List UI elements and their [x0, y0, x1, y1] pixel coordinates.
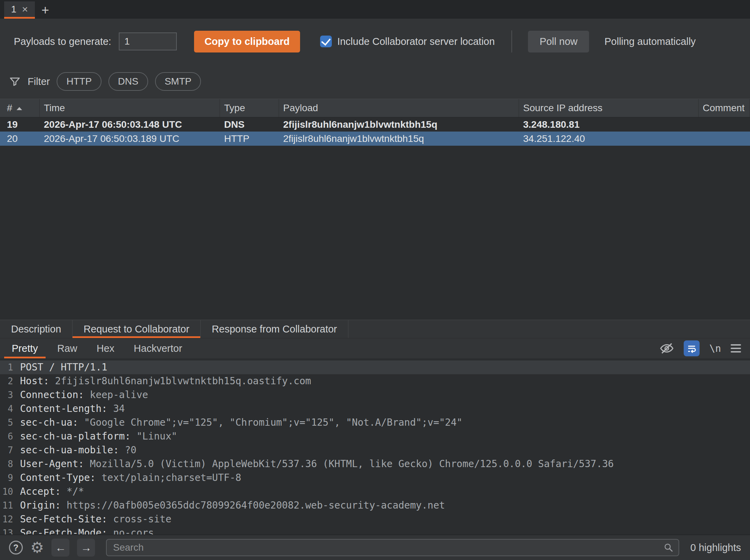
line-number: 7	[0, 443, 13, 457]
line-number: 10	[0, 485, 13, 499]
interactions-table-header: # Time Type Payload Source IP address Co…	[0, 99, 750, 117]
help-icon[interactable]: ?	[9, 541, 23, 554]
collaborator-tab-1[interactable]: 1 ×	[4, 1, 35, 19]
gear-icon[interactable]: ⚙	[30, 540, 44, 555]
column-header-number[interactable]: #	[0, 99, 40, 117]
new-tab-button[interactable]: +	[35, 1, 56, 19]
tab-hex[interactable]: Hex	[87, 338, 124, 358]
filter-bar: Filter HTTP DNS SMTP	[0, 64, 750, 99]
line-number: 6	[0, 429, 13, 443]
burp-collaborator-window: 1 × + Payloads to generate: Copy to clip…	[0, 0, 750, 560]
request-line-7: 7 sec-ch-ua-mobile: ?0	[0, 443, 750, 457]
next-match-button[interactable]: →	[77, 539, 95, 557]
copy-to-clipboard-button[interactable]: Copy to clipboard	[194, 31, 300, 52]
request-line-9: 9 Content-Type: text/plain;charset=UTF-8	[0, 471, 750, 485]
cell-time: 2026-Apr-17 06:50:03.189 UTC	[40, 133, 220, 144]
sort-ascending-icon	[17, 107, 22, 110]
column-header-time[interactable]: Time	[40, 99, 220, 117]
editor-toolbar: \n	[660, 338, 750, 358]
cell-type: DNS	[220, 119, 279, 130]
search-input[interactable]	[106, 539, 679, 556]
column-header-payload[interactable]: Payload	[279, 99, 519, 117]
column-header-source-ip[interactable]: Source IP address	[519, 99, 699, 117]
line-number: 12	[0, 512, 13, 526]
payloads-label: Payloads to generate:	[14, 36, 111, 47]
search-field-wrap	[106, 539, 679, 556]
include-location-checkbox[interactable]	[320, 36, 332, 47]
soft-wrap-toggle[interactable]	[684, 340, 700, 356]
status-bar: ? ⚙ ← → 0 highlights	[0, 534, 750, 560]
request-line-13: 13 Sec-Fetch-Mode: no-cors	[0, 526, 750, 534]
cell-time: 2026-Apr-17 06:50:03.148 UTC	[40, 119, 220, 130]
poll-now-button[interactable]: Poll now	[528, 31, 589, 52]
line-number: 13	[0, 526, 13, 534]
line-number: 9	[0, 471, 13, 485]
cell-number: 19	[0, 119, 40, 130]
line-number: 3	[0, 388, 13, 402]
tab-request-to-collaborator[interactable]: Request to Collaborator	[73, 320, 201, 338]
cell-number: 20	[0, 133, 40, 144]
tab-response-from-collaborator[interactable]: Response from Collaborator	[201, 320, 348, 338]
request-line-11: 11 Origin: https://0afb005e0365ddc780992…	[0, 499, 750, 512]
line-number: 5	[0, 416, 13, 429]
include-location-label[interactable]: Include Collaborator server location	[337, 36, 495, 47]
filter-funnel-icon	[9, 76, 21, 87]
controls-bar: Payloads to generate: Copy to clipboard …	[0, 19, 750, 64]
request-line-12: 12 Sec-Fetch-Site: cross-site	[0, 512, 750, 526]
request-line-10: 10 Accept: */*	[0, 485, 750, 499]
cell-source-ip: 34.251.122.40	[519, 133, 699, 144]
show-newlines-toggle[interactable]: \n	[709, 343, 721, 354]
request-line-5: 5 sec-ch-ua: "Google Chrome";v="125", "C…	[0, 416, 750, 429]
request-line-4: 4 Content-Length: 34	[0, 402, 750, 416]
cell-source-ip: 3.248.180.81	[519, 119, 699, 130]
filter-pill-dns[interactable]: DNS	[108, 72, 148, 91]
editor-menu-icon[interactable]	[731, 344, 741, 353]
previous-match-button[interactable]: ←	[51, 539, 69, 557]
tab-hackvertor[interactable]: Hackvertor	[124, 338, 192, 358]
filter-label: Filter	[28, 76, 50, 87]
filter-pill-http[interactable]: HTTP	[57, 72, 101, 91]
search-icon[interactable]	[663, 542, 674, 553]
eye-off-icon[interactable]	[660, 341, 674, 356]
request-line-2: 2 Host: 2fijislr8uhl6nanjw1blvwtnktbh15q…	[0, 374, 750, 388]
tab-pretty[interactable]: Pretty	[2, 338, 48, 358]
filter-pill-smtp[interactable]: SMTP	[155, 72, 201, 91]
request-editor-lines: 1 POST / HTTP/1.1 2 Host: 2fijislr8uhl6n…	[0, 360, 750, 534]
vertical-divider	[511, 30, 512, 52]
collaborator-tab-strip: 1 × +	[0, 0, 750, 19]
request-line-8: 8 User-Agent: Mozilla/5.0 (Victim) Apple…	[0, 457, 750, 471]
highlights-count: 0 highlights	[690, 542, 741, 553]
detail-tabs: Description Request to Collaborator Resp…	[0, 320, 750, 338]
line-number: 1	[0, 360, 13, 374]
line-number: 8	[0, 457, 13, 471]
request-line-1: 1 POST / HTTP/1.1	[0, 360, 750, 374]
cell-type: HTTP	[220, 133, 279, 144]
line-number: 11	[0, 499, 13, 512]
payloads-input[interactable]	[119, 32, 177, 50]
table-row[interactable]: 19 2026-Apr-17 06:50:03.148 UTC DNS 2fij…	[0, 117, 750, 132]
tab-description[interactable]: Description	[0, 320, 73, 338]
request-editor[interactable]: 1 POST / HTTP/1.1 2 Host: 2fijislr8uhl6n…	[0, 358, 750, 534]
cell-payload: 2fijislr8uhl6nanjw1blvwtnktbh15q	[279, 133, 519, 144]
polling-automatically-label: Polling automatically	[604, 36, 695, 47]
table-empty-area	[0, 146, 750, 320]
cell-payload: 2fijislr8uhl6nanjw1blvwtnktbh15q	[279, 119, 519, 130]
request-line-6: 6 sec-ch-ua-platform: "Linux"	[0, 429, 750, 443]
word-wrap-icon	[686, 343, 697, 354]
tab-raw[interactable]: Raw	[48, 338, 87, 358]
column-header-type[interactable]: Type	[220, 99, 279, 117]
line-number: 4	[0, 402, 13, 416]
tab-title: 1	[11, 4, 17, 15]
line-number: 2	[0, 374, 13, 388]
request-line-3: 3 Connection: keep-alive	[0, 388, 750, 402]
table-row-selected[interactable]: 20 2026-Apr-17 06:50:03.189 UTC HTTP 2fi…	[0, 132, 750, 146]
column-header-comment[interactable]: Comment	[699, 99, 750, 117]
editor-tab-bar: Pretty Raw Hex Hackvertor \n	[0, 338, 750, 358]
close-tab-icon[interactable]: ×	[22, 4, 28, 15]
